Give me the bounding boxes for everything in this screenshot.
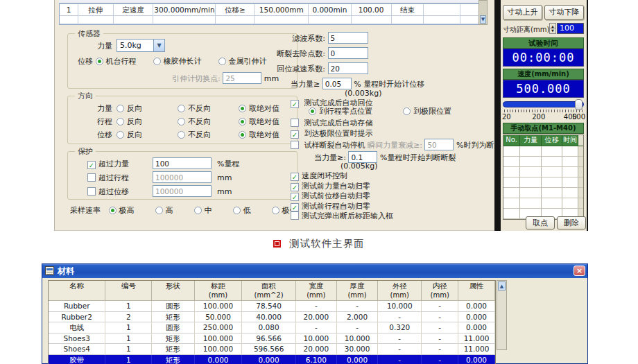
settings-check-row: 测试完弹出断后标距输入框 xyxy=(291,211,393,221)
manual-table-row[interactable] xyxy=(503,157,583,167)
manual-table-row[interactable] xyxy=(503,167,583,177)
direction-option: 反向 xyxy=(117,130,178,140)
auto-return-checkbox[interactable]: ✓ xyxy=(291,100,299,108)
chevron-down-icon[interactable]: ▼ xyxy=(153,40,164,51)
materials-cell: 30.000 xyxy=(337,344,378,355)
sampling-radio-2[interactable] xyxy=(194,207,202,214)
direction-radio-2-2[interactable] xyxy=(239,131,246,139)
materials-row[interactable]: Shoes31矩形100.00096.56610.00010.000--11.0… xyxy=(49,333,495,345)
direction-radio-1-0[interactable] xyxy=(117,118,124,125)
settings-checkbox-1[interactable]: ✓ xyxy=(291,183,299,191)
manual-col-header: 位移 xyxy=(542,135,562,146)
materials-col-header[interactable]: 名称 xyxy=(49,281,105,301)
step-cell xyxy=(216,16,255,24)
jog-up-button[interactable]: 寸动上升 xyxy=(503,5,542,20)
manual-table-row[interactable] xyxy=(503,177,583,188)
break-remove-input[interactable] xyxy=(328,47,368,59)
protection-input-0[interactable] xyxy=(153,157,212,169)
direction-radio-1-1[interactable] xyxy=(178,118,185,125)
jog-distance-input[interactable]: 100 xyxy=(557,23,584,34)
materials-row[interactable]: Shoes41矩形100.000596.56620.00030.000--11.… xyxy=(49,344,495,355)
auto-return-radio-0[interactable] xyxy=(309,107,316,115)
materials-cell: 电线 xyxy=(49,322,105,333)
materials-row[interactable]: 胶带1矩形0.0000.0006.1000.000--0.000 xyxy=(49,355,495,364)
step-table-scrollbar[interactable]: ▼ xyxy=(478,0,488,25)
direction-radio-2-1[interactable] xyxy=(178,131,185,139)
step-table-row[interactable]: 1拉伸定速度300.000mm/min位移≥150.000mm0.000min1… xyxy=(60,4,487,16)
ext-switch-input[interactable] xyxy=(223,72,261,84)
direction-option-label: 取绝对值 xyxy=(249,104,279,113)
disp-sensor-radio-0[interactable] xyxy=(96,58,103,65)
return-decel-input[interactable] xyxy=(328,62,368,74)
settings-check-row: ✓测试前力量自动归零 xyxy=(291,181,370,191)
protection-input-2[interactable] xyxy=(153,185,212,197)
materials-title-bar[interactable]: 材料 × xyxy=(42,264,587,278)
materials-col-header[interactable]: 厚度(mm) xyxy=(337,281,378,301)
materials-window-icon xyxy=(45,266,54,275)
spinner-down-icon[interactable]: ▼ xyxy=(549,28,556,34)
force-sensor-combo[interactable]: 5.0kg ▼ xyxy=(117,39,165,52)
scroll-up-icon[interactable]: ▲ xyxy=(498,281,506,291)
sampling-radio-4[interactable] xyxy=(272,207,279,214)
disp-start-input[interactable] xyxy=(322,78,352,89)
settings-checkbox-2[interactable]: ✓ xyxy=(291,193,299,201)
delete-button[interactable]: 删除 xyxy=(557,216,586,229)
break-stop-checkbox[interactable] xyxy=(291,141,299,149)
caption-text: 测试软件主界面 xyxy=(289,238,365,249)
materials-cell: 1 xyxy=(105,355,152,364)
materials-col-header[interactable]: 面积(mm^2) xyxy=(242,281,295,301)
manual-table-row[interactable] xyxy=(503,188,583,198)
limit-prompt-checkbox[interactable]: ✓ xyxy=(291,130,299,139)
protection-input-1[interactable] xyxy=(153,171,212,183)
materials-scrollbar[interactable]: ▲ xyxy=(497,280,507,350)
manual-cell xyxy=(562,157,578,167)
materials-col-name: 属性 xyxy=(458,281,494,291)
settings-checkbox-4[interactable] xyxy=(291,211,299,220)
materials-col-header[interactable]: 宽度(mm) xyxy=(296,281,337,301)
protection-checkbox-2[interactable] xyxy=(87,187,96,196)
direction-radio-0-2[interactable] xyxy=(239,105,246,112)
auto-return-radio-1[interactable] xyxy=(403,107,411,115)
settings-checkbox-0[interactable]: ✓ xyxy=(291,173,299,181)
spinner-up-icon[interactable]: ▲ xyxy=(549,23,556,28)
auto-save-checkbox[interactable] xyxy=(291,119,299,127)
take-point-button[interactable]: 取点 xyxy=(526,216,555,229)
materials-col-header[interactable]: 外径(mm) xyxy=(378,281,422,301)
speed-slider[interactable] xyxy=(503,101,584,107)
materials-col-header[interactable]: 属性 xyxy=(458,281,495,301)
disp-sensor-radio-2[interactable] xyxy=(218,58,226,65)
materials-col-header[interactable]: 形状 xyxy=(152,281,194,301)
manual-table-row[interactable] xyxy=(503,198,583,209)
speed-slider-thumb[interactable] xyxy=(575,99,583,110)
protection-checkbox-1[interactable] xyxy=(87,173,96,182)
direction-option-label: 反向 xyxy=(127,117,142,126)
direction-radio-2-0[interactable] xyxy=(117,131,124,139)
direction-radio-0-0[interactable] xyxy=(117,105,124,112)
filter-coef-input[interactable] xyxy=(328,32,368,44)
jog-distance-spinner[interactable]: ▲ ▼ xyxy=(549,23,556,34)
sampling-radio-0[interactable] xyxy=(109,207,117,214)
break-decay-input[interactable] xyxy=(424,139,454,150)
materials-row[interactable]: Rubber22矩形50.00040.00020.0002.000--0.000 xyxy=(49,312,495,323)
materials-col-header[interactable]: 内径(mm) xyxy=(422,281,458,301)
settings-checkbox-3[interactable]: ✓ xyxy=(291,203,299,211)
disp-sensor-label-0: 机台行程 xyxy=(106,57,137,66)
materials-row[interactable]: Rubber1圆形100.00078.540--10.000-0.000 xyxy=(49,301,495,312)
close-icon[interactable]: × xyxy=(574,266,585,276)
materials-cell: 10.000 xyxy=(337,333,378,345)
materials-row[interactable]: 电线1圆形250.0000.080--0.320-0.000 xyxy=(49,322,495,333)
manual-table-row[interactable] xyxy=(503,146,583,157)
disp-sensor-radio-1[interactable] xyxy=(153,58,161,65)
manual-cell xyxy=(503,157,520,167)
materials-col-header[interactable]: 编号 xyxy=(105,281,152,301)
materials-col-header[interactable]: 标距(mm) xyxy=(195,281,243,301)
step-table-empty-row[interactable] xyxy=(60,16,487,24)
direction-radio-0-1[interactable] xyxy=(178,105,185,112)
direction-radio-1-2[interactable] xyxy=(239,118,246,125)
scroll-down-icon[interactable]: ▼ xyxy=(480,15,486,24)
jog-down-button[interactable]: 寸动下降 xyxy=(544,5,584,20)
sampling-radio-1[interactable] xyxy=(155,207,163,214)
sampling-radio-3[interactable] xyxy=(233,207,241,214)
disp-sensor-label: 位移 xyxy=(78,57,93,66)
protection-checkbox-0[interactable]: ✓ xyxy=(87,161,96,169)
